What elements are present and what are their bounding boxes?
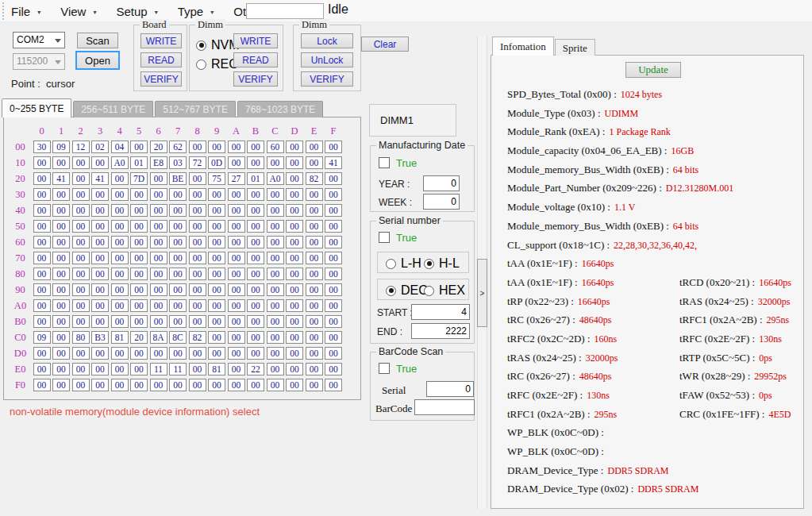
- hex-cell[interactable]: 00: [267, 331, 284, 344]
- open-button[interactable]: Open: [75, 51, 120, 70]
- hex-cell[interactable]: 00: [130, 347, 148, 360]
- hex-cell[interactable]: 00: [228, 204, 245, 217]
- hex-cell[interactable]: 00: [72, 220, 90, 233]
- hex-cell[interactable]: 00: [130, 268, 148, 280]
- hex-cell[interactable]: 11: [150, 363, 167, 375]
- hex-cell[interactable]: 00: [267, 315, 284, 328]
- hex-cell[interactable]: 11: [169, 363, 187, 375]
- hex-cell[interactable]: 00: [72, 283, 90, 296]
- hex-cell[interactable]: 00: [228, 315, 245, 328]
- hex-cell[interactable]: 00: [52, 268, 70, 280]
- hex-cell[interactable]: 62: [169, 141, 187, 153]
- hex-cell[interactable]: 00: [189, 315, 206, 328]
- hex-cell[interactable]: B3: [91, 331, 109, 344]
- dimm-radio-reg[interactable]: REG: [196, 57, 239, 71]
- hex-cell[interactable]: 00: [247, 204, 264, 217]
- hex-cell[interactable]: 00: [169, 220, 187, 233]
- hex-cell[interactable]: 00: [228, 363, 245, 375]
- barcode-true-checkbox[interactable]: [379, 363, 390, 374]
- hex-cell[interactable]: 03: [169, 156, 187, 169]
- hex-cell[interactable]: 00: [72, 236, 90, 248]
- dimm-verify-button[interactable]: VERIFY: [233, 71, 278, 87]
- hex-cell[interactable]: 8A: [150, 331, 167, 344]
- hex-cell[interactable]: 09: [52, 141, 70, 153]
- hex-cell[interactable]: 00: [189, 236, 206, 248]
- serial-input[interactable]: [426, 381, 474, 397]
- end-input[interactable]: [411, 323, 470, 339]
- hex-cell[interactable]: 00: [33, 204, 51, 217]
- hex-cell[interactable]: 00: [150, 379, 167, 391]
- hex-cell[interactable]: 00: [247, 268, 264, 280]
- hex-cell[interactable]: 02: [91, 141, 109, 153]
- hex-cell[interactable]: 00: [247, 188, 264, 201]
- hex-cell[interactable]: 00: [286, 299, 303, 312]
- hex-cell[interactable]: 00: [52, 252, 70, 264]
- hex-cell[interactable]: 00: [286, 379, 303, 391]
- hex-cell[interactable]: A0: [267, 172, 284, 185]
- hex-cell[interactable]: 00: [286, 236, 303, 248]
- hex-cell[interactable]: 00: [208, 268, 225, 280]
- hex-cell[interactable]: 00: [267, 188, 284, 201]
- dimm-lock-unlock-button[interactable]: UnLock: [301, 52, 353, 67]
- hex-cell[interactable]: 00: [111, 172, 129, 185]
- com-port-select[interactable]: COM2: [13, 32, 65, 48]
- hex-cell[interactable]: 00: [189, 268, 206, 280]
- hex-cell[interactable]: 00: [247, 331, 264, 344]
- hex-cell[interactable]: 00: [72, 315, 90, 328]
- hex-cell[interactable]: 00: [130, 204, 148, 217]
- hex-cell[interactable]: 00: [208, 331, 225, 344]
- hex-cell[interactable]: 00: [189, 220, 206, 233]
- hex-cell[interactable]: 00: [169, 252, 187, 264]
- hex-cell[interactable]: 00: [208, 315, 225, 328]
- hex-cell[interactable]: 00: [33, 379, 51, 391]
- hex-cell[interactable]: 00: [72, 252, 90, 264]
- hex-cell[interactable]: 00: [267, 283, 284, 296]
- hex-cell[interactable]: 00: [247, 379, 264, 391]
- hex-cell[interactable]: 00: [286, 268, 303, 280]
- hex-cell[interactable]: 00: [267, 363, 284, 375]
- hex-cell[interactable]: 00: [130, 379, 148, 391]
- hex-cell[interactable]: 00: [130, 141, 148, 153]
- hex-cell[interactable]: 00: [286, 156, 303, 169]
- tab-infomation[interactable]: Infomation: [492, 37, 554, 56]
- menu-item-file[interactable]: File▾: [11, 5, 40, 18]
- hex-cell[interactable]: 00: [228, 268, 245, 280]
- hex-cell[interactable]: 00: [228, 156, 245, 169]
- hex-cell[interactable]: 00: [325, 188, 342, 201]
- hex-cell[interactable]: 00: [111, 220, 129, 233]
- hex-cell[interactable]: 00: [228, 141, 245, 153]
- week-input[interactable]: [423, 194, 460, 210]
- hex-cell[interactable]: 20: [130, 331, 148, 344]
- clear-button[interactable]: Clear: [361, 37, 409, 52]
- hex-cell[interactable]: 00: [52, 236, 70, 248]
- hex-cell[interactable]: 00: [91, 379, 109, 391]
- hex-cell[interactable]: 09: [33, 331, 51, 344]
- hex-cell[interactable]: 00: [72, 188, 90, 201]
- scan-button[interactable]: Scan: [77, 33, 118, 48]
- hex-cell[interactable]: 00: [325, 268, 342, 280]
- hex-cell[interactable]: 00: [325, 299, 342, 312]
- dimm-lock-verify-button[interactable]: VERIFY: [301, 71, 353, 87]
- hex-cell[interactable]: 00: [286, 347, 303, 360]
- hex-cell[interactable]: A0: [111, 156, 129, 169]
- hex-cell[interactable]: 00: [130, 188, 148, 201]
- hex-cell[interactable]: 00: [208, 204, 225, 217]
- hex-cell[interactable]: 00: [33, 268, 51, 280]
- hex-cell[interactable]: 00: [325, 220, 342, 233]
- hex-cell[interactable]: 00: [247, 347, 264, 360]
- hex-cell[interactable]: 72: [189, 156, 206, 169]
- hex-cell[interactable]: 30: [33, 141, 51, 153]
- hex-cell[interactable]: 00: [267, 236, 284, 248]
- hex-cell[interactable]: 00: [247, 283, 264, 296]
- hex-cell[interactable]: 00: [208, 379, 225, 391]
- hex-cell[interactable]: 00: [247, 252, 264, 264]
- hex-cell[interactable]: 00: [189, 188, 206, 201]
- board-read-button[interactable]: READ: [140, 52, 182, 67]
- hex-cell[interactable]: 41: [91, 172, 109, 185]
- hex-cell[interactable]: 00: [228, 299, 245, 312]
- hex-cell[interactable]: 00: [33, 156, 51, 169]
- hex-cell[interactable]: 00: [72, 156, 90, 169]
- hex-cell[interactable]: 82: [306, 172, 323, 185]
- hex-cell[interactable]: 00: [228, 331, 245, 344]
- hex-cell[interactable]: 00: [52, 204, 70, 217]
